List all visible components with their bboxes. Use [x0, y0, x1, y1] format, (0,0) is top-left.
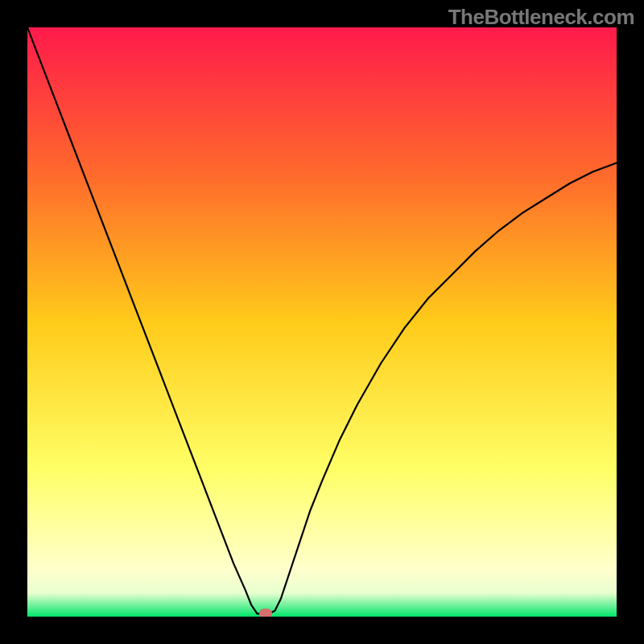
bottleneck-curve	[27, 27, 617, 617]
watermark-text: TheBottleneck.com	[448, 5, 634, 30]
optimum-marker	[259, 609, 272, 617]
plot-area	[27, 27, 617, 617]
